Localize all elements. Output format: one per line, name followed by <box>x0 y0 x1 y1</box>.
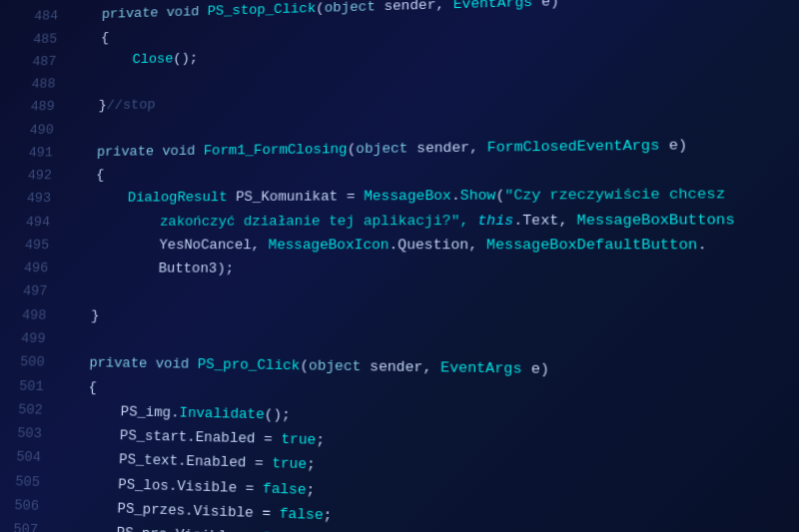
code-line: DialogResult PS_Komunikat = MessageBox.S… <box>62 182 799 211</box>
code-line: Button3); <box>60 258 799 284</box>
code-content: 483 484 485 487 488 489 490 491 492 493 … <box>0 0 799 532</box>
code-line: YesNoCancel, MessageBoxIcon.Question, Me… <box>61 233 799 259</box>
code-lines: //... private void PS_stop_Click(object … <box>46 0 799 532</box>
code-line: zakończyć działanie tej aplikacji?", thi… <box>61 208 799 235</box>
code-editor: 483 484 485 487 488 489 490 491 492 493 … <box>0 0 799 532</box>
